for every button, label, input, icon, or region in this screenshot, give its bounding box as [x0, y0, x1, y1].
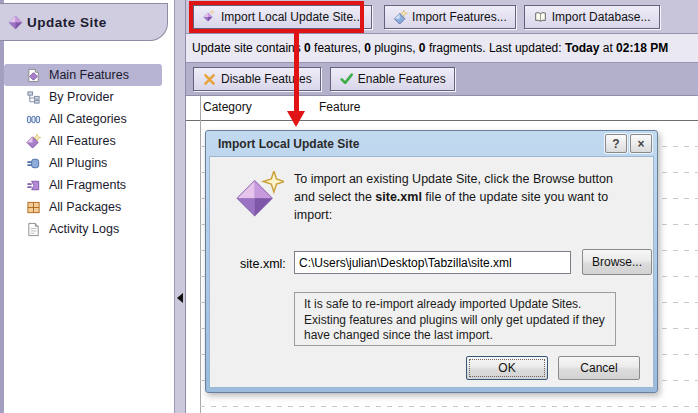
- status-text: plugins,: [371, 41, 419, 55]
- button-label: Import Database...: [552, 10, 651, 24]
- import-features-icon: [393, 10, 408, 24]
- cancel-button[interactable]: Cancel: [558, 356, 640, 380]
- status-bar: Update site contains 0 features, 0 plugi…: [186, 34, 698, 63]
- sidebar-item-all-fragments[interactable]: All Fragments: [4, 174, 170, 196]
- sidebar-header: Update Site: [0, 3, 168, 41]
- sidebar-item-all-categories[interactable]: All Categories: [4, 108, 170, 130]
- instruction-bold-text: site.xml: [375, 190, 422, 204]
- update-site-diamond-icon: [234, 171, 284, 217]
- sidebar-item-all-plugins[interactable]: All Plugins: [4, 152, 170, 174]
- collapse-sidebar-icon[interactable]: [177, 293, 183, 303]
- provider-tree-icon: [26, 90, 41, 105]
- main-features-icon: [26, 68, 41, 83]
- annotation-arrow-line: [294, 33, 299, 111]
- dialog-body: To import an existing Update Site, click…: [209, 156, 654, 388]
- status-text: fragments. Last updated:: [426, 41, 565, 55]
- sidebar-item-label: By Provider: [49, 90, 114, 104]
- sidebar-title: Update Site: [27, 15, 107, 30]
- updated-time: 02:18 PM: [616, 41, 668, 55]
- dialog-instruction-text: To import an existing Update Site, click…: [294, 170, 634, 224]
- updated-day: Today: [565, 41, 599, 55]
- browse-button[interactable]: Browse...: [582, 249, 652, 275]
- enable-check-icon: [339, 72, 354, 86]
- plugins-count: 0: [364, 41, 371, 55]
- import-features-button[interactable]: Import Features...: [384, 5, 516, 29]
- button-label: Enable Features: [358, 72, 446, 86]
- dialog-help-button[interactable]: ?: [605, 134, 627, 153]
- sidebar-item-label: Main Features: [49, 68, 129, 82]
- column-header-feature[interactable]: Feature: [319, 100, 360, 114]
- update-site-logo-icon: [8, 7, 23, 37]
- sidebar-splitter[interactable]: [174, 0, 186, 413]
- table-column-divider: [200, 96, 201, 413]
- sidebar-item-main-features[interactable]: Main Features: [4, 64, 162, 86]
- table-header-row: Category Feature: [186, 96, 698, 121]
- sidebar-item-all-packages[interactable]: All Packages: [4, 196, 170, 218]
- disable-features-button[interactable]: Disable Features: [193, 67, 321, 91]
- plugins-icon: [26, 156, 41, 171]
- sidebar-item-activity-logs[interactable]: Activity Logs: [4, 218, 170, 240]
- enable-features-button[interactable]: Enable Features: [330, 67, 455, 91]
- sidebar-item-label: All Features: [49, 134, 116, 148]
- disable-x-icon: [202, 73, 217, 86]
- import-local-update-site-dialog: Import Local Update Site ? × To import a…: [205, 130, 658, 393]
- dialog-titlebar[interactable]: Import Local Update Site ? ×: [209, 131, 654, 156]
- sidebar-item-label: Activity Logs: [49, 222, 119, 236]
- features-count: 0: [304, 41, 311, 55]
- reimport-info-box: It is safe to re-import already imported…: [294, 292, 616, 346]
- feature-actions-toolbar: Disable Features Enable Features: [186, 63, 698, 96]
- status-text: Update site contains: [192, 41, 304, 55]
- activity-logs-icon: [26, 222, 41, 237]
- ok-button[interactable]: OK: [466, 356, 548, 380]
- site-xml-path-input[interactable]: [294, 251, 571, 274]
- fragments-icon: [26, 178, 41, 193]
- button-label: Import Features...: [412, 10, 507, 24]
- annotation-arrow-head-icon: [287, 111, 305, 127]
- sidebar-item-label: All Packages: [49, 200, 121, 214]
- features-icon: [26, 134, 41, 149]
- sidebar-item-all-features[interactable]: All Features: [4, 130, 170, 152]
- fragments-count: 0: [419, 41, 426, 55]
- sidebar: Update Site Main Features By Provider Al…: [0, 0, 174, 413]
- sidebar-nav: Main Features By Provider All Categories: [4, 64, 170, 240]
- import-database-button[interactable]: Import Database...: [524, 5, 660, 29]
- import-database-icon: [533, 10, 548, 24]
- column-header-category[interactable]: Category: [203, 100, 252, 114]
- dialog-title: Import Local Update Site: [218, 137, 602, 151]
- status-text: at: [599, 41, 616, 55]
- site-xml-field-label: site.xml:: [240, 257, 286, 271]
- annotation-highlight-box: [189, 1, 364, 33]
- packages-icon: [26, 200, 41, 215]
- dialog-close-button[interactable]: ×: [630, 134, 652, 153]
- sidebar-item-label: All Fragments: [49, 178, 126, 192]
- sidebar-item-by-provider[interactable]: By Provider: [4, 86, 170, 108]
- categories-icon: [26, 112, 41, 127]
- sidebar-item-label: All Plugins: [49, 156, 107, 170]
- sidebar-item-label: All Categories: [49, 112, 127, 126]
- status-text: features,: [311, 41, 364, 55]
